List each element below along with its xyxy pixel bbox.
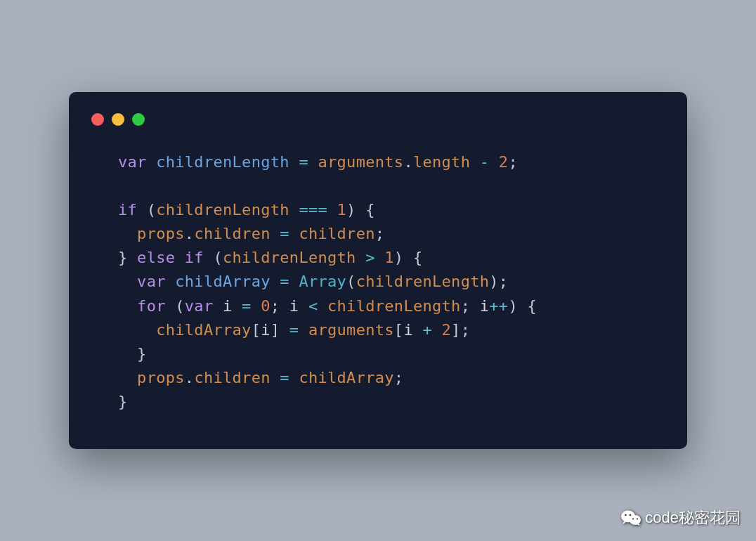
code-token: < [308, 297, 318, 315]
code-token [318, 297, 327, 315]
code-token: childrenLength [223, 249, 356, 266]
code-token: ; [394, 369, 404, 386]
code-token: childArray [156, 321, 251, 339]
code-token: Array [299, 273, 346, 290]
svg-point-4 [632, 518, 634, 519]
code-token: ; [375, 225, 385, 242]
code-token: childrenLength [156, 153, 289, 171]
code-token: var [137, 273, 175, 290]
code-token: ( [346, 273, 356, 290]
code-token [252, 297, 261, 315]
wechat-icon [621, 509, 641, 527]
code-token [118, 297, 137, 315]
code-token [271, 369, 280, 386]
code-token: ) { [394, 249, 423, 266]
code-token: } [118, 345, 147, 363]
code-token [289, 369, 299, 386]
code-token: childrenLength [356, 273, 490, 290]
code-token: childrenLength [327, 297, 461, 315]
code-token: for [137, 297, 166, 315]
code-token: 0 [261, 297, 271, 315]
code-token [308, 153, 318, 171]
code-token: if [118, 201, 137, 219]
code-token: children [194, 225, 270, 242]
watermark-text: code秘密花园 [645, 507, 741, 528]
code-token: childrenLength [156, 201, 289, 219]
code-token: length [413, 153, 470, 171]
close-icon [91, 113, 104, 126]
code-token [489, 153, 499, 171]
svg-point-3 [630, 514, 632, 516]
code-token [271, 225, 280, 242]
code-token: ( [137, 201, 156, 219]
code-token [289, 153, 299, 171]
watermark: code秘密花园 [621, 507, 741, 528]
code-token: arguments [318, 153, 403, 171]
code-token: props [137, 225, 185, 242]
code-token [118, 321, 156, 339]
code-token [375, 249, 385, 266]
svg-point-5 [637, 518, 638, 519]
code-token: props [137, 369, 185, 386]
code-token: var [185, 297, 223, 315]
code-token: ] [271, 321, 289, 339]
code-token: 2 [499, 153, 509, 171]
code-token: - [480, 153, 490, 171]
code-token: = [280, 225, 289, 242]
code-window: var childrenLength = arguments.length - … [69, 92, 687, 449]
code-token: . [185, 225, 195, 242]
code-token: i [261, 321, 271, 339]
maximize-icon [132, 113, 145, 126]
code-token: i [403, 321, 413, 339]
code-token: i [480, 297, 490, 315]
code-token [413, 321, 423, 339]
code-token: . [403, 153, 413, 171]
code-token: i [223, 297, 233, 315]
code-token [118, 225, 137, 242]
svg-point-2 [625, 514, 627, 516]
code-token: 2 [442, 321, 452, 339]
code-token: ++ [489, 297, 508, 315]
code-token: . [185, 369, 195, 386]
code-token: ) { [508, 297, 537, 315]
code-token [299, 321, 308, 339]
code-token: + [422, 321, 432, 339]
svg-point-1 [630, 515, 641, 525]
code-token [118, 369, 137, 386]
code-token: [ [252, 321, 261, 339]
code-token: ( [204, 249, 223, 266]
code-token: = [280, 369, 289, 386]
code-token: children [194, 369, 270, 386]
code-token: = [242, 297, 252, 315]
code-token: ( [166, 297, 185, 315]
code-token: ; [271, 297, 289, 315]
code-token: = [289, 321, 299, 339]
code-token [271, 273, 280, 290]
code-token: = [299, 153, 308, 171]
code-token: } [118, 393, 128, 410]
code-token: children [299, 225, 374, 242]
code-token: 1 [384, 249, 394, 266]
code-token: ) { [346, 201, 375, 219]
traffic-lights [91, 113, 666, 126]
code-token [327, 201, 337, 219]
code-token [356, 249, 366, 266]
code-token [233, 297, 242, 315]
code-token: ]; [451, 321, 470, 339]
code-token [289, 273, 299, 290]
code-token: var [118, 153, 156, 171]
code-token: else if [137, 249, 204, 266]
code-block: var childrenLength = arguments.length - … [90, 150, 666, 414]
code-token: i [289, 297, 299, 315]
code-token [118, 273, 137, 290]
code-token: > [365, 249, 375, 266]
code-token [299, 297, 308, 315]
code-token: = [280, 273, 289, 290]
code-token [289, 225, 299, 242]
code-token [470, 153, 480, 171]
code-token: 1 [337, 201, 347, 219]
code-token: [ [394, 321, 404, 339]
code-token: childArray [175, 273, 270, 290]
code-token: ); [489, 273, 508, 290]
minimize-icon [112, 113, 124, 126]
